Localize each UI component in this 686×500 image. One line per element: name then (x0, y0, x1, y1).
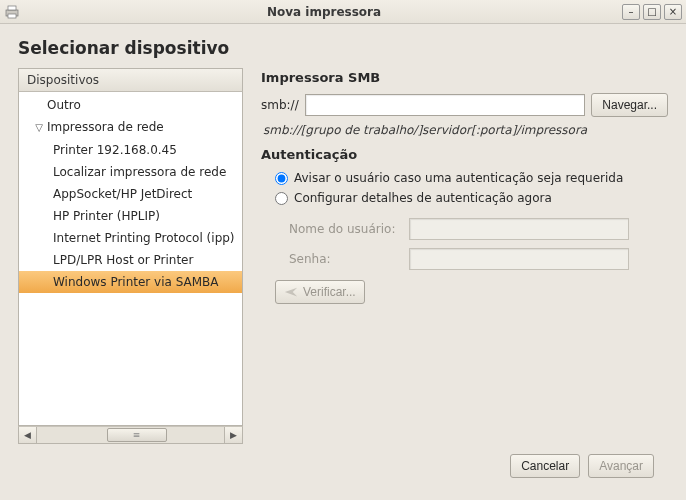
auth-prompt-radio[interactable] (275, 172, 288, 185)
dialog-footer: Cancelar Avançar (18, 444, 668, 490)
scroll-thumb[interactable] (107, 428, 167, 442)
tree-item-other[interactable]: Outro (19, 94, 242, 116)
auth-prompt-label: Avisar o usuário caso uma autenticação s… (294, 171, 623, 185)
username-label: Nome do usuário: (289, 222, 399, 236)
printer-icon (4, 4, 20, 20)
tree-item-appsocket[interactable]: AppSocket/HP JetDirect (19, 183, 242, 205)
close-button[interactable]: × (664, 4, 682, 20)
devices-panel: Dispositivos Outro ▽Impressora de rede P… (18, 68, 243, 444)
minimize-button[interactable]: – (622, 4, 640, 20)
tree-item-hplip[interactable]: HP Printer (HPLIP) (19, 205, 242, 227)
tree-item-network-printer[interactable]: ▽Impressora de rede (19, 116, 242, 139)
username-input (409, 218, 629, 240)
maximize-button[interactable]: □ (643, 4, 661, 20)
auth-now-radio[interactable] (275, 192, 288, 205)
svg-rect-2 (8, 14, 16, 18)
devices-tree[interactable]: Outro ▽Impressora de rede Printer 192.16… (18, 92, 243, 426)
tree-item-find-network[interactable]: Localizar impressora de rede (19, 161, 242, 183)
auth-section-title: Autenticação (261, 147, 668, 162)
devices-header: Dispositivos (18, 68, 243, 92)
tree-item-printer-ip[interactable]: Printer 192.168.0.45 (19, 139, 242, 161)
forward-button: Avançar (588, 454, 654, 478)
password-label: Senha: (289, 252, 399, 266)
tree-item-samba[interactable]: Windows Printer via SAMBA (19, 271, 242, 293)
scroll-track[interactable] (37, 427, 224, 443)
window-controls: – □ × (622, 4, 682, 20)
scroll-right-icon[interactable]: ▶ (224, 427, 242, 443)
titlebar: Nova impressora – □ × (0, 0, 686, 24)
smb-config-panel: Impressora SMB smb:// Navegar... smb://[… (261, 68, 668, 444)
smb-hint: smb://[grupo de trabalho/]servidor[:port… (263, 123, 668, 137)
chevron-down-icon[interactable]: ▽ (33, 119, 45, 137)
new-printer-window: Nova impressora – □ × Selecionar disposi… (0, 0, 686, 500)
page-title: Selecionar dispositivo (18, 38, 668, 58)
tree-item-ipp[interactable]: Internet Printing Protocol (ipp) (19, 227, 242, 249)
window-title: Nova impressora (26, 5, 622, 19)
tree-item-lpd[interactable]: LPD/LPR Host or Printer (19, 249, 242, 271)
smb-prefix-label: smb:// (261, 98, 299, 112)
auth-now-label: Configurar detalhes de autenticação agor… (294, 191, 552, 205)
scroll-left-icon[interactable]: ◀ (19, 427, 37, 443)
smb-url-input[interactable] (305, 94, 586, 116)
devices-hscrollbar[interactable]: ◀ ▶ (18, 426, 243, 444)
cancel-button[interactable]: Cancelar (510, 454, 580, 478)
password-input (409, 248, 629, 270)
send-icon (284, 286, 298, 298)
verify-button: Verificar... (275, 280, 365, 304)
browse-button[interactable]: Navegar... (591, 93, 668, 117)
smb-section-title: Impressora SMB (261, 70, 668, 85)
svg-rect-1 (8, 6, 16, 10)
